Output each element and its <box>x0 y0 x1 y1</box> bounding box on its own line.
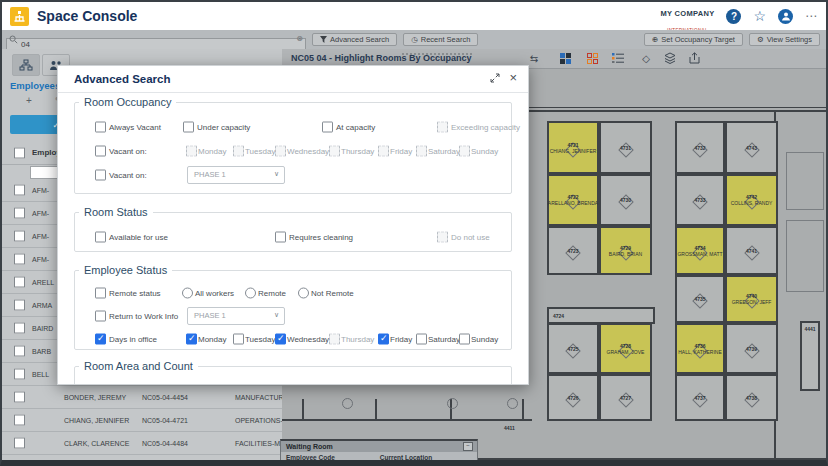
room-4729[interactable]: 4729BAIRD, BRIAN <box>599 226 652 275</box>
checkbox-thursday[interactable] <box>329 146 340 157</box>
select-all-checkbox[interactable] <box>14 148 25 159</box>
checkbox-requires-cleaning[interactable] <box>275 232 286 243</box>
checkbox-saturday[interactable] <box>416 146 427 157</box>
employees-tab-label[interactable]: Employees <box>10 80 60 91</box>
row-checkbox[interactable] <box>14 345 25 356</box>
checkbox-always-vacant[interactable] <box>95 122 106 133</box>
status-grid-icon[interactable] <box>585 52 599 65</box>
set-occupancy-target-button[interactable]: ⊕ Set Occupancy Target <box>644 33 743 46</box>
clear-search-icon[interactable]: ⊗ <box>296 34 303 43</box>
checkbox-friday[interactable] <box>378 146 389 157</box>
recent-search-button[interactable]: ◷ Recent Search <box>403 33 478 46</box>
checkbox-do-not-use[interactable] <box>437 232 448 243</box>
view-settings-button[interactable]: ⚙ View Settings <box>749 33 820 46</box>
close-icon[interactable]: × <box>509 70 517 85</box>
room-4721[interactable]: 4721CHIANG, JENNIFER <box>547 121 599 174</box>
room-4738[interactable]: 4738 <box>725 374 778 421</box>
room-4740[interactable]: 4740GREESON, JEFF <box>725 275 778 323</box>
checkbox-tuesday[interactable] <box>233 146 244 157</box>
tab-floor-plan[interactable] <box>12 54 40 76</box>
checkbox-return-to-work[interactable] <box>95 311 106 322</box>
room-4723[interactable]: 4723 <box>547 226 599 275</box>
checkbox-vacant-on-days[interactable] <box>95 146 106 157</box>
checkbox-exceeding-capacity[interactable] <box>437 122 448 133</box>
checkbox-available-for-use[interactable] <box>95 232 106 243</box>
checkbox-monday[interactable] <box>186 146 197 157</box>
swap-occupants-icon[interactable]: ⇆ <box>527 52 541 65</box>
chevron-down-icon: ∨ <box>274 170 279 178</box>
checkbox-tuesday[interactable] <box>233 334 244 345</box>
employee-row[interactable]: CLARK, CLARENCENC05-04-4484FACILITIES-MA… <box>2 431 282 455</box>
row-checkbox[interactable] <box>14 414 25 425</box>
day-label: Monday <box>198 335 226 344</box>
add-employee-button[interactable]: + <box>26 95 42 106</box>
checkbox-thursday[interactable] <box>329 334 340 345</box>
room-status-legend: Room Status <box>79 206 153 218</box>
radio-remote[interactable] <box>245 288 256 299</box>
row-checkbox[interactable] <box>14 253 25 264</box>
checkbox-saturday[interactable] <box>416 334 427 345</box>
vacant-phase-select[interactable]: PHASE 1 ∨ <box>187 166 285 184</box>
checkbox-monday[interactable] <box>186 334 197 345</box>
row-checkbox[interactable] <box>14 368 25 379</box>
favorites-icon[interactable]: ☆ <box>753 9 766 23</box>
radio-not-remote[interactable] <box>298 288 309 299</box>
room-4724[interactable]: 4724 <box>547 307 655 324</box>
room-4735[interactable]: 4735 <box>675 275 725 323</box>
row-checkbox[interactable] <box>14 184 25 195</box>
room-4732[interactable]: 4732 <box>675 121 725 174</box>
room-4734[interactable]: 4734GROSSMAN, MATT <box>675 226 725 275</box>
room-4725[interactable]: 4725 <box>547 323 599 374</box>
expand-icon[interactable] <box>490 73 500 83</box>
checkbox-friday[interactable] <box>378 334 389 345</box>
room-4441[interactable]: 4441 <box>800 321 820 391</box>
checkbox-wednesday[interactable] <box>275 334 286 345</box>
checkbox-under-capacity[interactable] <box>183 122 194 133</box>
checkbox-sunday[interactable] <box>459 334 470 345</box>
room-4741[interactable]: 4741 <box>725 226 778 275</box>
waiting-room-title: Waiting Room <box>286 443 333 450</box>
room-number: 4733 <box>694 197 705 203</box>
more-menu-icon[interactable]: ⋯ <box>805 9 818 23</box>
room-4742[interactable]: 4742COLLINS, RANDY <box>725 174 778 226</box>
checkbox-remote-status[interactable] <box>95 288 106 299</box>
room-4730[interactable]: 4730 <box>599 174 652 226</box>
minimize-icon[interactable]: − <box>463 442 473 451</box>
room-4727[interactable]: 4727 <box>599 374 652 421</box>
employee-row[interactable]: CHIANG, JENNIFERNC05-04-4721OPERATIONS-B… <box>2 408 282 432</box>
user-avatar[interactable] <box>778 9 793 24</box>
employee-row[interactable]: BONDER, JEREMYNC05-04-4454MANUFACTURING-… <box>2 385 282 409</box>
row-checkbox[interactable] <box>14 391 25 402</box>
room-4737[interactable]: 4737 <box>675 374 725 421</box>
room-4733[interactable]: 4733 <box>675 174 725 226</box>
checkbox-days-in-office[interactable] <box>95 334 106 345</box>
room-4726[interactable]: 4726 <box>547 374 599 421</box>
room-4736[interactable]: 4736HALL, KATHERINE <box>675 323 725 374</box>
row-checkbox[interactable] <box>14 299 25 310</box>
room-4739[interactable]: 4739 <box>725 323 778 374</box>
row-checkbox[interactable] <box>14 437 25 448</box>
row-checkbox[interactable] <box>14 322 25 333</box>
layers-icon[interactable] <box>664 52 678 65</box>
room-4722[interactable]: 4722ARELLANO, BRENDA <box>547 174 599 226</box>
occupancy-grid-icon[interactable] <box>558 52 572 65</box>
advanced-search-button[interactable]: Advanced Search <box>312 33 397 46</box>
room-4728[interactable]: 4728GRAHAM, JOVE <box>599 323 652 374</box>
return-to-work-select[interactable]: PHASE 1 ∨ <box>187 307 285 325</box>
checkbox-at-capacity[interactable] <box>322 122 333 133</box>
help-icon[interactable]: ? <box>726 9 741 24</box>
export-icon[interactable] <box>689 52 703 65</box>
waiting-room-header[interactable]: Waiting Room − <box>281 441 477 452</box>
radio-all-workers[interactable] <box>182 288 193 299</box>
room-4743[interactable]: 4743 <box>725 121 778 174</box>
legend-list-icon[interactable] <box>612 52 626 65</box>
checkbox-vacant-on-phase[interactable] <box>95 170 106 181</box>
checkbox-wednesday[interactable] <box>275 146 286 157</box>
row-checkbox[interactable] <box>14 207 25 218</box>
checkbox-sunday[interactable] <box>459 146 470 157</box>
row-checkbox[interactable] <box>14 230 25 241</box>
row-checkbox[interactable] <box>14 276 25 287</box>
tag-icon[interactable]: ◇ <box>639 52 653 65</box>
room-4731[interactable]: 4731 <box>599 121 652 174</box>
advanced-search-dialog: Advanced Search × Room Occupancy Always … <box>57 65 529 385</box>
